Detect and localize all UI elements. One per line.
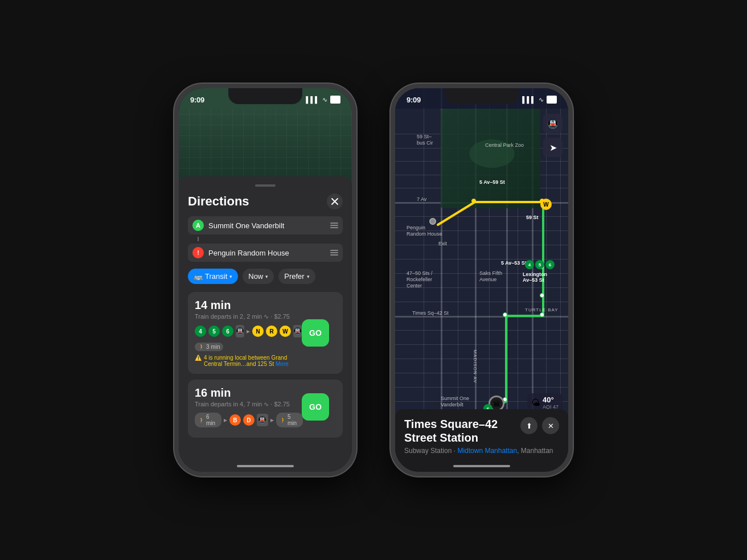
- wifi-icon: ∿: [264, 313, 269, 320]
- route-1-duration: 14 min: [195, 299, 303, 312]
- map-label-saks: Saks FifthAvenue: [479, 270, 502, 283]
- power-button[interactable]: [355, 157, 356, 191]
- phone1-screen: 9:09 ▌▌▌ ∿ 99 Directions: [179, 88, 352, 211]
- arrow-icon-4: ▸: [270, 416, 274, 424]
- hamburger-line: [330, 227, 338, 228]
- drag-handle[interactable]: [255, 184, 276, 187]
- arrow-icon: ▸: [247, 327, 250, 335]
- power-button-2[interactable]: [572, 157, 573, 191]
- silent-switch-2[interactable]: [391, 139, 392, 159]
- hamburger-line: [330, 250, 338, 251]
- bottom-card: Times Square–42Street Station ⬆ ✕ Subway…: [395, 409, 568, 472]
- transit-label: Transit: [205, 272, 227, 281]
- route-badges-59st: 4 5 6: [525, 260, 555, 269]
- location-button[interactable]: ➤: [543, 138, 563, 157]
- wifi-icon-3: ∿: [539, 96, 544, 104]
- map-label-5av-53: 5 Av–53 St: [501, 260, 527, 266]
- badge-6-small: 6: [545, 260, 555, 269]
- home-indicator-2: [453, 465, 510, 467]
- route-1-departs: Train departs in 2, 2 min ∿ · $2.75: [195, 313, 303, 320]
- route-card-2[interactable]: 16 min Train departs in 4, 7 min ∿ · $2.…: [188, 380, 343, 438]
- origin-marker: [429, 218, 436, 225]
- status-bar: 9:09 ▌▌▌ ∿ 99: [179, 88, 352, 109]
- destination-text: Penguin Random House: [208, 249, 326, 257]
- destination-input-row[interactable]: ! Penguin Random House: [188, 244, 343, 262]
- map-label-exit: Exit: [438, 241, 447, 246]
- map-label-59st: 59 St: [526, 215, 539, 220]
- subway-icon-box-2: 🚇: [293, 325, 302, 337]
- origin-reorder-handle[interactable]: [330, 223, 338, 228]
- route-2-departs: Train departs in 4, 7 min ∿ · $2.75: [195, 401, 303, 408]
- walk-time-2: 6 min: [206, 414, 218, 426]
- transit-chevron-icon: ▾: [229, 274, 232, 279]
- route-inputs: A Summit One Vanderbilt ! Penguin Random…: [188, 216, 343, 262]
- origin-text: Summit One Vanderbilt: [208, 221, 326, 230]
- yellow-route: [438, 202, 543, 225]
- transit-filter-button[interactable]: 🚌 Transit ▾: [188, 269, 238, 284]
- time-filter-button[interactable]: Now ▾: [243, 269, 274, 284]
- close-button[interactable]: [327, 193, 343, 209]
- map-label-59st-bus: 59 St–bus Cir: [417, 134, 433, 146]
- map-label-madison: MADISON AV: [473, 350, 478, 384]
- walk-icon-2: 🚶: [198, 417, 205, 423]
- wifi-icon-2: ∿: [264, 401, 269, 407]
- origin-input-row[interactable]: A Summit One Vanderbilt: [188, 216, 343, 234]
- close-card-button[interactable]: ✕: [542, 417, 559, 434]
- walk-badge-2-start: 🚶 6 min: [195, 413, 221, 427]
- status-icons-2: ▌▌▌ ∿ 99: [522, 96, 557, 104]
- hamburger-line: [330, 252, 338, 253]
- prefer-label: Prefer: [284, 272, 304, 281]
- share-button[interactable]: ⬆: [520, 417, 537, 434]
- volume-down-button-2[interactable]: [391, 208, 392, 239]
- station-dot-6: [503, 312, 507, 317]
- walk-badge-1: 🚶 3 min: [195, 343, 223, 351]
- subway-icon-box-3: 🚇: [257, 414, 268, 426]
- line-N-badge: N: [252, 326, 264, 337]
- time-label: Now: [248, 272, 263, 281]
- map-label-lexington: LexingtonAv–53 St: [523, 271, 547, 283]
- route-card-2-inner: 16 min Train departs in 4, 7 min ∿ · $2.…: [195, 386, 336, 427]
- signal-icon-2: ▌▌▌: [522, 96, 535, 103]
- connector-line: [198, 237, 199, 241]
- subway-icon-box: 🚇: [236, 325, 244, 337]
- phone-1: 9:09 ▌▌▌ ∿ 99 Directions: [174, 84, 356, 476]
- map-label-7av: 7 Av: [417, 196, 426, 202]
- route-card-1[interactable]: 14 min Train departs in 2, 2 min ∿ · $2.…: [188, 292, 343, 374]
- hamburger-line: [330, 254, 338, 256]
- bus-icon: 🚌: [194, 272, 203, 281]
- map-label-times-sq: Times Sq–42 St: [412, 310, 449, 316]
- panel-title: Directions: [188, 194, 249, 209]
- volume-up-button-2[interactable]: [391, 168, 392, 199]
- volume-down-button[interactable]: [174, 208, 175, 239]
- temperature: 40°: [543, 396, 559, 404]
- panel-header: Directions: [188, 193, 343, 209]
- station-dot-5: [540, 312, 544, 317]
- route-2-steps: 🚶 6 min ▸ B D 🚇 ▸ 🚶 5 min: [195, 413, 303, 427]
- destination-reorder-handle[interactable]: [330, 250, 338, 256]
- station-subtitle: Subway Station · Midtown Manhattan, Manh…: [404, 447, 559, 455]
- time-chevron-icon: ▾: [265, 274, 268, 279]
- station-title: Times Square–42Street Station: [404, 417, 498, 444]
- warning-text: 4 is running local between Grand Central…: [204, 355, 303, 367]
- line-R-badge: R: [266, 326, 277, 337]
- walk-time-1: 3 min: [206, 344, 220, 350]
- walk-icon: 🚶: [198, 344, 205, 350]
- silent-switch[interactable]: [174, 139, 175, 159]
- map-label-summit: Summit OneVanderbilt: [441, 396, 469, 408]
- location-suffix: , Manhattan: [517, 447, 553, 455]
- go-button-1[interactable]: GO: [302, 319, 329, 347]
- line-B-badge: B: [229, 414, 241, 426]
- status-time-2: 9:09: [407, 96, 421, 104]
- route-1-warning: ⚠️ 4 is running local between Grand Cent…: [195, 355, 303, 367]
- walk-time-3: 5 min: [288, 414, 299, 426]
- prefer-filter-button[interactable]: Prefer ▾: [278, 269, 315, 284]
- volume-up-button[interactable]: [174, 168, 175, 199]
- transit-view-button[interactable]: 🚇: [543, 114, 563, 133]
- station-dot-4: [540, 293, 544, 298]
- more-link[interactable]: More: [276, 361, 289, 367]
- midtown-manhattan-link[interactable]: Midtown Manhattan: [457, 447, 517, 455]
- status-bar-2: 9:09 ▌▌▌ ∿ 99: [395, 88, 568, 109]
- walk-icon-3: 🚶: [280, 417, 286, 423]
- go-button-2[interactable]: GO: [302, 393, 329, 421]
- destination-dot: !: [192, 247, 204, 258]
